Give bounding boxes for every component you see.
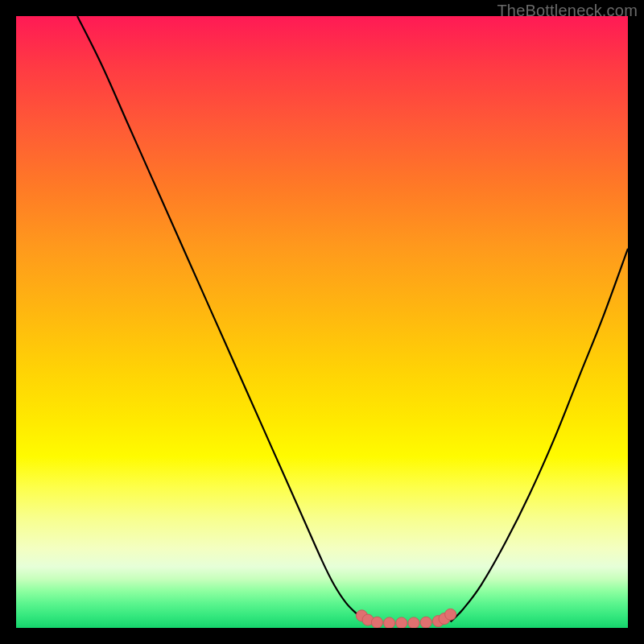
chart-stage: TheBottleneck.com: [0, 0, 644, 644]
plot-area: [16, 16, 628, 628]
heatmap-gradient: [16, 16, 628, 628]
